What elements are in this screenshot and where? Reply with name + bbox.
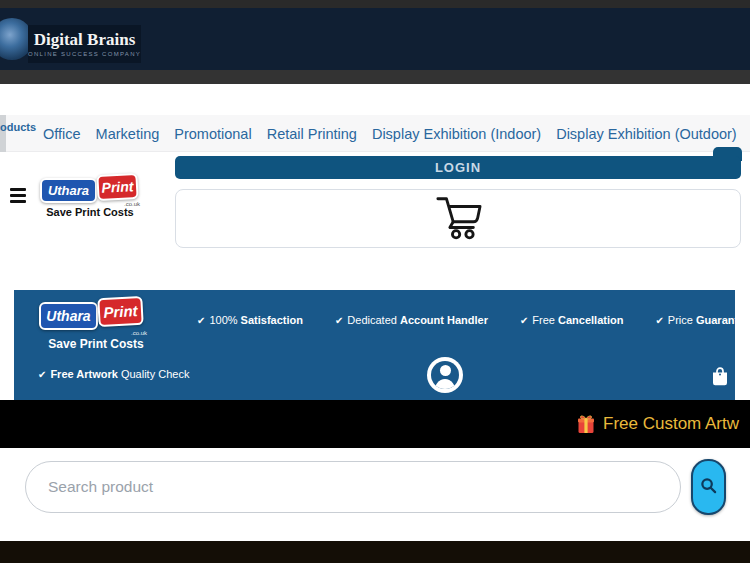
logo-part-uthara: Uthara: [39, 302, 98, 330]
announcement-bar: Free Custom Artw: [0, 400, 750, 448]
nav-item-promotional[interactable]: Promotional: [174, 126, 251, 142]
check-icon: ✔: [520, 315, 528, 326]
logo-slogan: Save Print Costs: [41, 337, 151, 351]
nav-item-retail-printing[interactable]: Retail Printing: [267, 126, 357, 142]
cart-button[interactable]: [175, 189, 741, 248]
feature-list: ✔100% Satisfaction ✔Dedicated Account Ha…: [197, 314, 750, 326]
uthara-print-logo-header[interactable]: Uthara Print .co.uk Save Print Costs: [40, 174, 142, 219]
nav-item-products-cropped[interactable]: oducts: [0, 121, 36, 133]
page: Digital Brains ONLINE SUCCESS COMPANY od…: [0, 0, 750, 563]
uthara-print-logo-banner[interactable]: Uthara Print .co.uk Save Print Costs: [39, 297, 159, 355]
feature-account-handler: ✔Dedicated Account Handler: [335, 314, 488, 326]
gift-icon: [577, 414, 595, 434]
nav-item-display-exhibition-indoor[interactable]: Display Exhibition (Indoor): [372, 126, 541, 142]
check-icon: ✔: [655, 315, 663, 326]
feature-cancellation: ✔Free Cancellation: [520, 314, 623, 326]
hero-banner-image: [0, 541, 750, 563]
digital-brains-tagline: ONLINE SUCCESS COMPANY: [28, 51, 141, 57]
logo-part-print: Print: [97, 296, 143, 327]
nav-item-marketing[interactable]: Marketing: [96, 126, 160, 142]
cart-icon: [430, 194, 486, 244]
login-button[interactable]: LOGIN: [175, 156, 741, 179]
search-input[interactable]: [25, 461, 681, 513]
mid-strip: [0, 70, 750, 84]
nav-item-office[interactable]: Office: [43, 126, 81, 142]
logo-part-print: Print: [96, 173, 138, 201]
digital-brains-logo[interactable]: Digital Brains ONLINE SUCCESS COMPANY: [28, 25, 141, 63]
nav-item-display-exhibition-outdoor[interactable]: Display Exhibition (Outdoor): [556, 126, 737, 142]
feature-satisfaction: ✔100% Satisfaction: [197, 314, 303, 326]
search-icon: [700, 477, 717, 498]
check-icon: ✔: [197, 315, 205, 326]
features-banner: Uthara Print .co.uk Save Print Costs ✔10…: [14, 290, 735, 400]
announcement-text: Free Custom Artw: [603, 414, 739, 434]
user-avatar-icon[interactable]: [427, 357, 463, 393]
check-icon: ✔: [38, 369, 46, 380]
shopping-bag-icon[interactable]: [711, 366, 729, 386]
feature-price-guarantee: ✔Price Guarantee: [655, 314, 750, 326]
top-strip: [0, 0, 750, 8]
logo-slogan: Save Print Costs: [40, 206, 140, 218]
nav-items: Office Marketing Promotional Retail Prin…: [43, 115, 737, 152]
search-button[interactable]: [691, 459, 726, 515]
hamburger-menu-icon[interactable]: [10, 188, 26, 206]
feature-artwork-check: ✔Free Artwork Quality Check: [38, 368, 189, 380]
digital-brains-brand-text: Digital Brains: [34, 31, 136, 50]
main-navbar: oducts Office Marketing Promotional Reta…: [0, 115, 750, 152]
logo-part-uthara: Uthara: [40, 178, 97, 203]
logo-domain: .co.uk: [131, 330, 147, 336]
site-top-header: Digital Brains ONLINE SUCCESS COMPANY: [0, 8, 750, 70]
check-icon: ✔: [335, 315, 343, 326]
